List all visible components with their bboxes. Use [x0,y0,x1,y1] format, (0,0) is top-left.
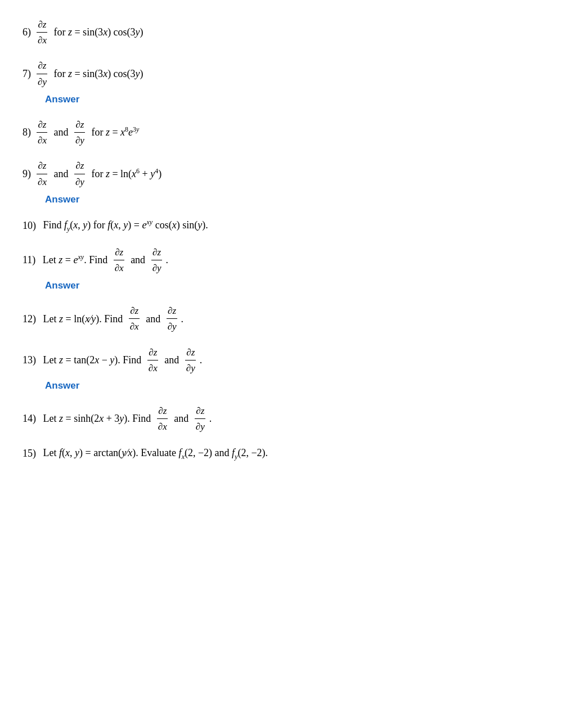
problem-12-intro: Let z = ln(x∕y). Find [41,311,125,327]
problem-12: 12) Let z = ln(x∕y). Find ∂z ∂x and ∂z ∂… [23,303,565,334]
answer-label-9[interactable]: Answer [45,192,565,207]
problem-7: 7) ∂z ∂y for z = sin(3x) cos(3y) Answer [23,58,565,107]
answer-label-11[interactable]: Answer [45,278,565,293]
problem-15: 15) Let f(x, y) = arctan(y∕x). Evaluate … [23,445,565,462]
problem-number-15: 15) [23,445,36,462]
frac-dz-dx-8: ∂z ∂x [35,117,49,148]
problem-number-12: 12) [23,311,36,327]
problem-number-6: 6) [23,24,31,40]
problem-10-text: Find fy(x, y) for f(x, y) = exy cos(x) s… [41,217,208,235]
problem-number-8: 8) [23,124,31,141]
problem-6-text: for z = sin(3x) cos(3y) [51,24,143,40]
frac-dz-dy-12: ∂z ∂y [165,303,179,334]
problem-13-period: . [200,352,203,368]
frac-dz-dy-13: ∂z ∂y [184,345,198,376]
frac-dz-dy-9: ∂z ∂y [73,158,87,189]
problem-11-intro: Let z = exy. Find [40,252,110,268]
problem-12-period: . [181,311,184,327]
problem-number-13: 13) [23,352,36,368]
frac-dz-dx-6: ∂z ∂x [35,17,49,48]
problem-7-text: for z = sin(3x) cos(3y) [51,66,143,82]
and-9: and [51,166,71,182]
problem-9: 9) ∂z ∂x and ∂z ∂y for z = ln(x6 + y4) A… [23,158,565,207]
frac-dz-dy-11: ∂z ∂y [150,245,164,276]
frac-dz-dx-11: ∂z ∂x [113,245,126,276]
frac-dz-dx-14: ∂z ∂x [156,403,169,434]
and-12: and [143,311,163,327]
problem-number-11: 11) [23,252,35,268]
problem-number-7: 7) [23,66,31,82]
problem-13-intro: Let z = tan(2x − y). Find [41,352,144,368]
problem-number-10: 10) [23,218,36,234]
frac-dz-dx-13: ∂z ∂x [146,345,160,376]
frac-dz-dx-9: ∂z ∂x [35,158,49,189]
problem-number-9: 9) [23,166,31,182]
problem-8: 8) ∂z ∂x and ∂z ∂y for z = x8e3y [23,117,565,148]
problem-14: 14) Let z = sinh(2x + 3y). Find ∂z ∂x an… [23,403,565,434]
and-13: and [162,352,182,368]
and-8: and [51,124,71,141]
answer-label-7[interactable]: Answer [45,92,565,107]
problem-14-intro: Let z = sinh(2x + 3y). Find [41,411,154,427]
problem-9-text: for z = ln(x6 + y4) [89,166,161,182]
problem-6: 6) ∂z ∂x for z = sin(3x) cos(3y) [23,17,565,48]
problem-10: 10) Find fy(x, y) for f(x, y) = exy cos(… [23,217,565,235]
problem-13: 13) Let z = tan(2x − y). Find ∂z ∂x and … [23,345,565,394]
frac-dz-dy-8: ∂z ∂y [73,117,87,148]
and-14: and [172,411,191,427]
and-11: and [128,252,148,268]
frac-dz-dy-7: ∂z ∂y [35,58,49,89]
frac-dz-dx-12: ∂z ∂x [128,303,141,334]
problem-11-period: . [166,252,169,268]
problem-14-period: . [209,411,212,427]
problem-8-text: for z = x8e3y [89,124,140,141]
problem-15-text: Let f(x, y) = arctan(y∕x). Evaluate fx(2… [41,445,268,462]
answer-label-13[interactable]: Answer [45,378,565,393]
problem-11: 11) Let z = exy. Find ∂z ∂x and ∂z ∂y . … [23,245,565,294]
problem-number-14: 14) [23,411,36,427]
frac-dz-dy-14: ∂z ∂y [194,403,207,434]
